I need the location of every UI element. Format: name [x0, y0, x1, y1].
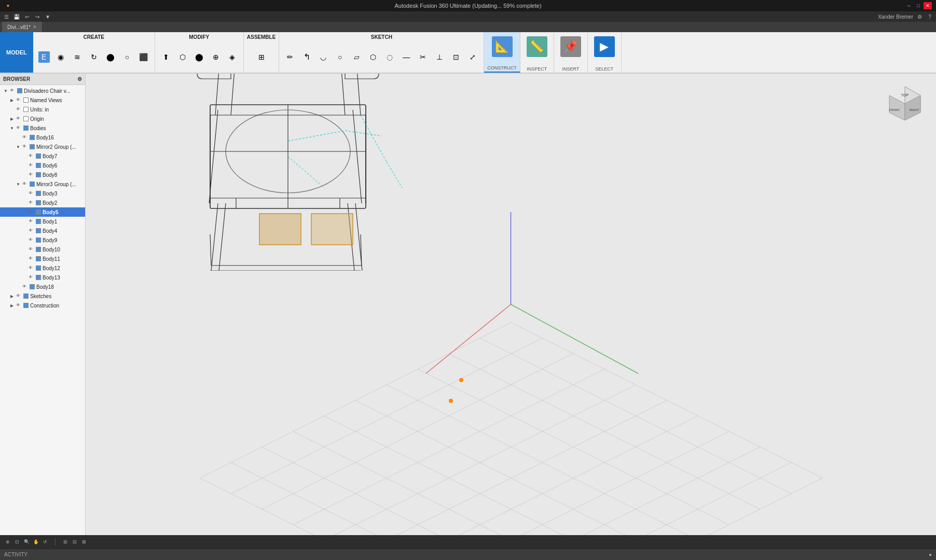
tree-visibility-icon[interactable]: 👁	[29, 209, 34, 215]
modify-more-btn[interactable]: ◈	[225, 42, 240, 72]
undo-icon[interactable]: ↩	[23, 12, 31, 21]
status-zoom-icon[interactable]: 🔍	[23, 538, 30, 545]
tree-checkbox[interactable]	[30, 284, 35, 289]
tree-checkbox[interactable]	[23, 116, 29, 121]
viewport-3d[interactable]: TOP FRONT RIGHT	[86, 74, 936, 535]
tree-item[interactable]: ▼👁Mirror2 Group (...	[0, 142, 85, 151]
tree-visibility-icon[interactable]: 👁	[22, 181, 27, 187]
tree-item[interactable]: 👁Body2	[0, 198, 85, 207]
tree-checkbox[interactable]	[36, 191, 41, 196]
tree-visibility-icon[interactable]: 👁	[10, 88, 15, 93]
sketch-create-sketch-btn[interactable]: ✏	[282, 42, 298, 72]
tree-visibility-icon[interactable]: 👁	[29, 153, 34, 159]
tree-checkbox[interactable]	[36, 209, 41, 215]
create-revolve-btn[interactable]: ◉	[53, 42, 68, 72]
tree-visibility-icon[interactable]: 👁	[29, 228, 34, 233]
tree-item[interactable]: 👁Body6	[0, 161, 85, 170]
tree-visibility-icon[interactable]: 👁	[29, 163, 34, 168]
assemble-btn[interactable]: ⊞	[254, 42, 269, 72]
tree-visibility-icon[interactable]: 👁	[16, 303, 21, 308]
tree-visibility-icon[interactable]: 👁	[16, 125, 21, 131]
sketch-mirror-btn[interactable]: ⤢	[465, 42, 480, 72]
tree-visibility-icon[interactable]: 👁	[22, 135, 27, 140]
tree-visibility-icon[interactable]: 👁	[22, 284, 27, 289]
tree-item[interactable]: ▼👁Mirror3 Group (...	[0, 179, 85, 189]
create-sphere-btn[interactable]: ○	[119, 42, 135, 72]
create-loft-btn[interactable]: ↻	[86, 42, 102, 72]
tree-arrow-icon[interactable]: ▼	[3, 88, 8, 93]
settings-icon[interactable]: ⚙	[915, 12, 924, 21]
sketch-dim-btn[interactable]: —	[398, 42, 414, 72]
tree-checkbox[interactable]	[36, 228, 41, 233]
tree-item[interactable]: 👁Body4	[0, 226, 85, 235]
tree-arrow-icon[interactable]: ▼	[9, 125, 15, 131]
tree-item[interactable]: ▶👁Construction	[0, 301, 85, 310]
tree-item[interactable]: 👁Body10	[0, 245, 85, 254]
tree-checkbox[interactable]	[36, 256, 41, 261]
redo-icon[interactable]: ↪	[33, 12, 42, 21]
tree-checkbox[interactable]	[36, 172, 41, 177]
tree-checkbox[interactable]	[36, 153, 41, 159]
tree-item[interactable]: 👁Body9	[0, 235, 85, 245]
tree-item[interactable]: 👁Body7	[0, 151, 85, 161]
tree-visibility-icon[interactable]: 👁	[22, 144, 27, 149]
browser-settings-icon[interactable]: ⚙	[77, 76, 82, 82]
modify-shell-btn[interactable]: ⊕	[208, 42, 224, 72]
tree-item[interactable]: 👁Body11	[0, 254, 85, 263]
restore-button[interactable]: □	[914, 2, 923, 9]
tree-item[interactable]: ▶👁Sketches	[0, 291, 85, 301]
create-sweep-btn[interactable]: ≋	[70, 42, 85, 72]
tree-item[interactable]: ▼👁Divisadero Chair v...	[0, 86, 85, 95]
tree-checkbox[interactable]	[30, 135, 35, 140]
tree-checkbox[interactable]	[36, 275, 41, 280]
save-icon[interactable]: 💾	[12, 12, 21, 21]
status-pan-icon[interactable]: ✋	[32, 538, 39, 545]
tree-checkbox[interactable]	[36, 200, 41, 205]
tree-item[interactable]: 👁Body3	[0, 189, 85, 198]
sketch-rectangle-btn[interactable]: ▱	[349, 42, 364, 72]
tree-arrow-icon[interactable]: ▼	[16, 144, 21, 149]
tree-checkbox[interactable]	[36, 219, 41, 224]
inspect-measure-btn[interactable]: 📏	[524, 34, 550, 59]
tab-document[interactable]: Divi...v81* ✕	[2, 22, 43, 32]
tree-visibility-icon[interactable]: 👁	[16, 107, 21, 112]
tree-checkbox[interactable]	[23, 125, 29, 131]
insert-btn[interactable]: 📌	[557, 34, 584, 59]
activity-close-icon[interactable]: ●	[929, 552, 932, 557]
construct-plane-btn[interactable]: 📐	[489, 34, 516, 59]
tree-checkbox[interactable]	[23, 97, 29, 103]
sketch-trim-btn[interactable]: ✂	[415, 42, 431, 72]
tree-visibility-icon[interactable]: 👁	[29, 200, 34, 205]
tree-item[interactable]: 👁Body16	[0, 133, 85, 142]
tree-checkbox[interactable]	[17, 88, 22, 93]
sketch-polygon-btn[interactable]: ⬡	[365, 42, 381, 72]
tree-checkbox[interactable]	[30, 181, 35, 187]
sketch-project-btn[interactable]: ⊡	[448, 42, 464, 72]
tree-visibility-icon[interactable]: 👁	[29, 219, 34, 224]
tree-arrow-icon[interactable]: ▶	[9, 97, 15, 103]
sketch-arc-btn[interactable]: ◡	[315, 42, 331, 72]
tree-item[interactable]: 👁Body8	[0, 170, 85, 179]
tree-item[interactable]: ▶👁Named Views	[0, 95, 85, 105]
tree-checkbox[interactable]	[36, 247, 41, 252]
tree-item[interactable]: 👁Body12	[0, 263, 85, 273]
tree-item[interactable]: 👁Units: in	[0, 105, 85, 114]
tree-visibility-icon[interactable]: 👁	[29, 265, 34, 271]
tree-item[interactable]: 👁Body18	[0, 282, 85, 291]
tree-checkbox[interactable]	[36, 237, 41, 243]
close-button[interactable]: ✕	[924, 2, 932, 9]
status-home-icon[interactable]: ⊕	[4, 538, 11, 545]
select-btn[interactable]: ▶	[591, 34, 618, 59]
minimize-button[interactable]: ─	[905, 2, 913, 9]
tree-item[interactable]: ▶👁Origin	[0, 114, 85, 123]
status-fit-icon[interactable]: ⊡	[13, 538, 21, 545]
create-extrude-btn[interactable]: E	[36, 42, 52, 72]
tree-visibility-icon[interactable]: 👁	[16, 293, 21, 299]
modify-press-pull-btn[interactable]: ⬆	[158, 42, 174, 72]
status-display-icon[interactable]: ⊞	[62, 538, 69, 545]
tree-checkbox[interactable]	[23, 293, 29, 299]
tree-visibility-icon[interactable]: 👁	[29, 275, 34, 280]
tree-arrow-icon[interactable]: ▼	[16, 181, 21, 187]
tab-close-icon[interactable]: ✕	[33, 24, 37, 30]
tree-checkbox[interactable]	[23, 303, 29, 308]
